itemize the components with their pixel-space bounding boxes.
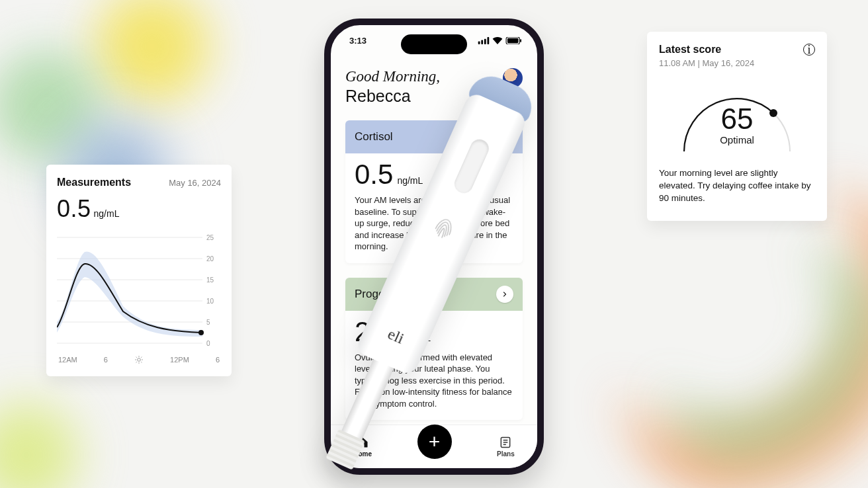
cortisol-title: Cortisol <box>355 130 393 143</box>
cortisol-value: 0.5 <box>355 159 393 190</box>
xaxis-label: 12PM <box>170 356 189 364</box>
sun-icon <box>134 355 144 364</box>
svg-line-18 <box>136 357 137 358</box>
nav-plans-label: Plans <box>497 450 515 458</box>
score-value: 65 <box>659 102 815 136</box>
bg-blob <box>0 389 93 488</box>
svg-text:10: 10 <box>206 298 214 305</box>
cortisol-desc: Your AM levels are lower than your usual… <box>355 194 513 253</box>
measurements-date: May 16, 2024 <box>169 178 221 188</box>
score-status: Optimal <box>659 134 815 145</box>
bottom-nav: Home + Plans <box>331 425 537 468</box>
score-card: Latest score i 11.08 AM | May 16, 2024 6… <box>647 32 827 221</box>
svg-line-20 <box>141 357 142 358</box>
plus-icon: + <box>429 432 441 452</box>
xaxis-label: 6 <box>104 356 108 364</box>
svg-rect-28 <box>507 38 519 43</box>
svg-text:25: 25 <box>206 234 214 241</box>
add-button[interactable]: + <box>417 425 452 459</box>
measurements-title: Measurements <box>57 177 131 188</box>
svg-text:20: 20 <box>206 255 214 263</box>
cortisol-card[interactable]: Cortisol 0.5 ng/mL Your AM levels are lo… <box>345 120 523 263</box>
svg-line-21 <box>136 362 137 362</box>
avatar[interactable] <box>503 68 523 88</box>
nav-plans[interactable]: Plans <box>497 436 515 458</box>
home-icon <box>356 436 369 449</box>
measurements-card: Measurements May 16, 2024 0.5 ng/mL 25 2… <box>46 165 232 376</box>
cortisol-unit: ng/mL <box>397 175 423 186</box>
score-title: Latest score <box>659 44 721 56</box>
info-icon[interactable]: i <box>803 44 815 56</box>
svg-point-13 <box>138 358 141 362</box>
dynamic-island <box>401 34 467 54</box>
svg-rect-29 <box>520 39 521 42</box>
phone-frame: 3:13 Good Morning, Rebecca Cortisol <box>324 19 544 475</box>
measurements-value: 0.5 <box>57 195 91 223</box>
nav-home-label: Home <box>353 450 372 458</box>
progesterone-value: 200 <box>355 316 401 348</box>
plans-icon <box>499 436 512 449</box>
user-name: Rebecca <box>345 87 440 106</box>
svg-rect-26 <box>488 37 490 44</box>
score-gauge: 65 Optimal <box>659 72 815 158</box>
svg-rect-25 <box>484 39 486 44</box>
chevron-right-icon[interactable] <box>496 286 513 303</box>
svg-rect-23 <box>478 41 480 44</box>
nav-home[interactable]: Home <box>353 436 372 458</box>
clock: 3:13 <box>349 36 367 46</box>
svg-text:15: 15 <box>206 276 214 284</box>
progesterone-card[interactable]: Progesterone 200 pg/mL Ovulation is conf… <box>345 278 523 421</box>
score-description: Your morning level are slightly elevated… <box>659 167 815 205</box>
svg-line-19 <box>141 362 142 362</box>
measurements-unit: ng/mL <box>94 208 120 219</box>
status-icons <box>478 37 523 44</box>
svg-point-12 <box>198 330 204 335</box>
chevron-right-icon[interactable] <box>496 128 513 145</box>
progesterone-title: Progesterone <box>355 288 422 301</box>
greeting-text: Good Morning, <box>345 68 440 85</box>
xaxis-label: 12AM <box>58 356 77 364</box>
svg-rect-24 <box>481 40 483 44</box>
progesterone-desc: Ovulation is confirmed with elevated lev… <box>355 352 513 410</box>
svg-text:5: 5 <box>206 319 210 326</box>
progesterone-unit: pg/mL <box>405 333 431 343</box>
svg-text:0: 0 <box>206 340 210 347</box>
score-timestamp: 11.08 AM | May 16, 2024 <box>659 58 815 68</box>
xaxis-label: 6 <box>216 356 220 364</box>
measurements-chart: 25 20 15 10 5 0 12AM 6 12PM 6 <box>57 232 221 364</box>
